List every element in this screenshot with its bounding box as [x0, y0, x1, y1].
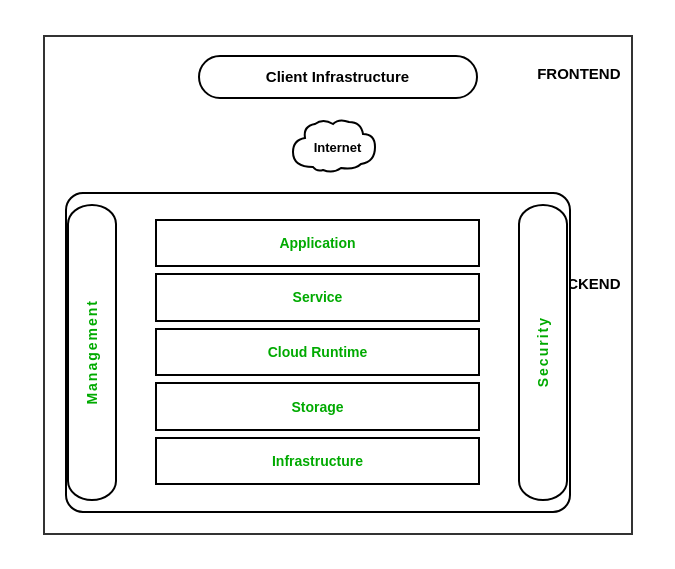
outer-box: FRONTEND BACKEND Client Infrastructure I…: [43, 35, 633, 535]
layer-application: Application: [155, 219, 480, 268]
layer-boxes: Application Service Cloud Runtime Storag…: [127, 209, 509, 496]
layer-cloud-runtime: Cloud Runtime: [155, 328, 480, 377]
layer-service: Service: [155, 273, 480, 322]
backend-box: Management Security Application Service …: [65, 192, 571, 513]
management-label: Management: [84, 299, 100, 405]
security-cylinder: Security: [516, 204, 571, 501]
management-shape: Management: [67, 204, 117, 501]
security-shape: Security: [518, 204, 568, 501]
layer-infrastructure: Infrastructure: [155, 437, 480, 486]
management-cylinder: Management: [65, 204, 120, 501]
internet-label: Internet: [314, 139, 362, 154]
client-infrastructure: Client Infrastructure: [198, 55, 478, 99]
internet-cloud: Internet: [283, 112, 393, 182]
layer-storage: Storage: [155, 382, 480, 431]
security-label: Security: [535, 316, 551, 387]
frontend-label: FRONTEND: [537, 65, 620, 82]
